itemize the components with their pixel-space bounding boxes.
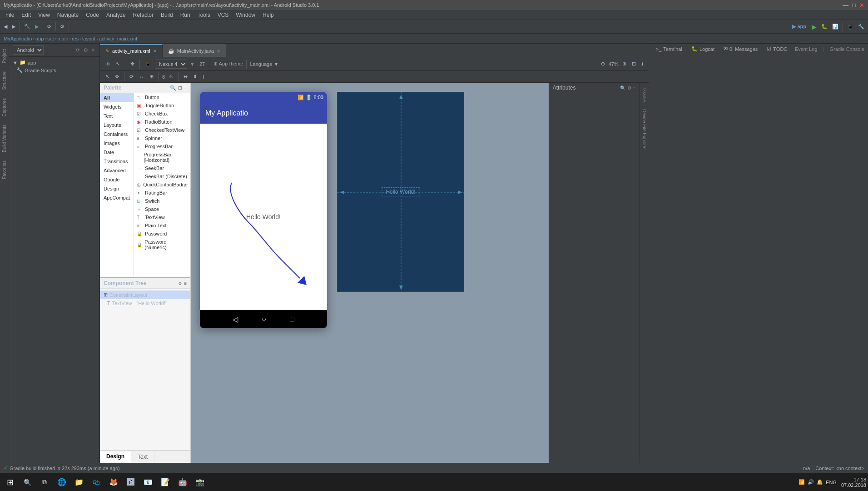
- taskbar-notes-btn[interactable]: 📝: [157, 474, 174, 491]
- taskbar-email-btn[interactable]: 📧: [140, 474, 156, 491]
- language-selector[interactable]: Language ▼: [250, 61, 278, 67]
- render-btn[interactable]: ⟳: [128, 73, 135, 80]
- gradle-console-link[interactable]: Gradle Console: [830, 46, 864, 52]
- palette-item-space[interactable]: ↔ Space: [134, 205, 190, 213]
- menu-edit[interactable]: Edit: [18, 11, 35, 19]
- bottom-tab-messages[interactable]: ✉ 0: Messages: [720, 45, 761, 53]
- menu-file[interactable]: File: [2, 11, 18, 19]
- sdk-btn[interactable]: 🔧: [856, 23, 866, 30]
- design-eye-btn[interactable]: 👁: [104, 60, 112, 68]
- tree-item-app[interactable]: ▼ 📁 app: [9, 59, 99, 66]
- align-h-btn[interactable]: ⬌: [182, 73, 189, 80]
- file-tab-activity-main-close[interactable]: ✕: [153, 49, 157, 54]
- palette-item-password-numeric[interactable]: 🔒 Password (Numeric): [134, 238, 190, 251]
- project-view-selector[interactable]: Android Project: [13, 45, 44, 55]
- forward-btn[interactable]: ▶: [10, 23, 17, 30]
- breadcrumb-item-3[interactable]: main: [57, 36, 68, 41]
- design-move-btn[interactable]: ✥: [129, 60, 136, 68]
- event-log-link[interactable]: Event Log: [795, 46, 818, 52]
- palette-item-togglebutton[interactable]: ▣ ToggleButton: [134, 101, 190, 110]
- zoom-out-btn[interactable]: ⊖: [599, 60, 607, 68]
- guidelines-btn[interactable]: I: [201, 73, 206, 80]
- run-app-btn[interactable]: ▶: [810, 22, 818, 31]
- breadcrumb-item-0[interactable]: MyApplicatio: [4, 36, 32, 41]
- palette-item-checkbox[interactable]: ☑ CheckBox: [134, 110, 190, 118]
- taskbar-taskview-btn[interactable]: ⧉: [36, 474, 53, 491]
- left-tab-favorites[interactable]: Favorites: [1, 157, 8, 183]
- device-selector[interactable]: Nexus 4 Nexus 5 Pixel 2: [155, 60, 187, 69]
- palette-cat-containers[interactable]: Containers: [100, 130, 134, 139]
- taskbar-explorer-btn[interactable]: 📁: [71, 474, 87, 491]
- taskbar-search-btn[interactable]: 🔍: [19, 474, 35, 491]
- left-tab-structure[interactable]: Structure: [1, 68, 8, 94]
- right-tab-device-explorer[interactable]: Device File Explorer: [641, 105, 648, 153]
- align-v-btn[interactable]: ⬍: [191, 73, 199, 80]
- palette-cat-widgets[interactable]: Widgets: [100, 102, 134, 111]
- taskbar-photos-btn[interactable]: 📸: [192, 474, 208, 491]
- menu-help[interactable]: Help: [259, 11, 278, 19]
- zoom-in-btn[interactable]: ⊕: [620, 60, 628, 68]
- comp-tree-constraint-layout[interactable]: ⊞ ConstraintLayout: [100, 291, 190, 299]
- breadcrumb-item-5[interactable]: layout: [82, 36, 95, 41]
- palette-cat-design[interactable]: Design: [100, 184, 134, 193]
- palette-item-password[interactable]: 🔒 Password: [134, 230, 190, 238]
- menu-build[interactable]: Build: [157, 11, 177, 19]
- file-tab-activity-main[interactable]: ✎ activity_main.xml ✕: [100, 44, 163, 57]
- attributes-search-btn[interactable]: 🔍: [620, 85, 625, 90]
- design-cursor-btn[interactable]: ↖: [114, 60, 122, 68]
- palette-item-checkedtextview[interactable]: ☑ CheckedTextView: [134, 126, 190, 134]
- left-tab-project[interactable]: Project: [1, 45, 8, 67]
- palette-item-quickcontactbadge[interactable]: ◎ QuickContactBadge: [134, 180, 190, 189]
- palette-sort-btn[interactable]: ⊞: [178, 85, 182, 91]
- palette-item-ratingbar[interactable]: ✦ RatingBar: [134, 189, 190, 197]
- right-tab-gradle[interactable]: Gradle: [641, 85, 648, 105]
- comp-tree-settings-btn[interactable]: ⚙: [178, 281, 182, 286]
- breadcrumb-item-6[interactable]: activity_main.xml: [99, 36, 137, 41]
- palette-search-btn[interactable]: 🔍: [170, 85, 176, 91]
- taskbar-android-btn[interactable]: 🤖: [174, 474, 191, 491]
- breadcrumb-item-4[interactable]: res: [72, 36, 79, 41]
- palette-item-button[interactable]: □ Button: [134, 93, 190, 101]
- design-tab-design[interactable]: Design: [100, 451, 131, 462]
- sync-btn[interactable]: ⟳: [45, 23, 53, 30]
- palette-cat-advanced[interactable]: Advanced: [100, 166, 134, 175]
- left-tab-build-variants[interactable]: Build Variants: [1, 121, 8, 156]
- palette-item-progressbar-h[interactable]: — ProgressBar (Horizontal): [134, 150, 190, 164]
- file-tab-main-activity[interactable]: ☕ MainActivity.java ✕: [163, 44, 226, 57]
- palette-item-radiobutton[interactable]: ◉ RadioButton: [134, 118, 190, 126]
- bottom-tab-terminal[interactable]: >_ Terminal: [652, 45, 686, 53]
- menu-navigate[interactable]: Navigate: [54, 11, 82, 19]
- left-tab-captures[interactable]: Captures: [1, 95, 8, 120]
- layout-btn[interactable]: ⊞: [148, 73, 155, 80]
- panning-btn[interactable]: ✥: [113, 73, 121, 80]
- taskbar-store-btn[interactable]: 🛍: [88, 474, 104, 491]
- minimize-button[interactable]: —: [843, 2, 848, 9]
- file-tab-main-activity-close[interactable]: ✕: [217, 49, 220, 54]
- palette-cat-text[interactable]: Text: [100, 111, 134, 120]
- menu-window[interactable]: Window: [232, 11, 259, 19]
- palette-item-switch[interactable]: ⊡ Switch: [134, 197, 190, 205]
- taskbar-androidstudio-btn[interactable]: 🅰: [123, 474, 139, 491]
- taskbar-firefox-btn[interactable]: 🦊: [105, 474, 122, 491]
- debug-btn[interactable]: 🐛: [819, 23, 829, 30]
- info-btn[interactable]: ℹ: [640, 60, 645, 68]
- project-settings-btn[interactable]: ⚙: [82, 47, 89, 54]
- menu-code[interactable]: Code: [82, 11, 103, 19]
- taskbar-edge-btn[interactable]: 🌐: [54, 474, 70, 491]
- menu-analyze[interactable]: Analyze: [103, 11, 129, 19]
- menu-run[interactable]: Run: [177, 11, 194, 19]
- run-btn[interactable]: ▶: [33, 23, 40, 30]
- palette-cat-date[interactable]: Date: [100, 148, 134, 157]
- palette-item-seekbar-d[interactable]: — SeekBar (Discrete): [134, 172, 190, 180]
- menu-vcs[interactable]: VCS: [214, 11, 233, 19]
- palette-cat-images[interactable]: Images: [100, 139, 134, 148]
- menu-refactor[interactable]: Refactor: [129, 11, 157, 19]
- palette-item-plaintext[interactable]: ≡ Plain Text: [134, 221, 190, 230]
- palette-cat-google[interactable]: Google: [100, 175, 134, 184]
- palette-more-btn[interactable]: ≡: [184, 85, 187, 91]
- menu-view[interactable]: View: [35, 11, 54, 19]
- palette-item-textview[interactable]: T TextView: [134, 213, 190, 221]
- design-tab-text[interactable]: Text: [131, 452, 154, 462]
- build-project-btn[interactable]: 🔨: [22, 23, 32, 30]
- palette-item-spinner[interactable]: ≡ Spinner: [134, 134, 190, 142]
